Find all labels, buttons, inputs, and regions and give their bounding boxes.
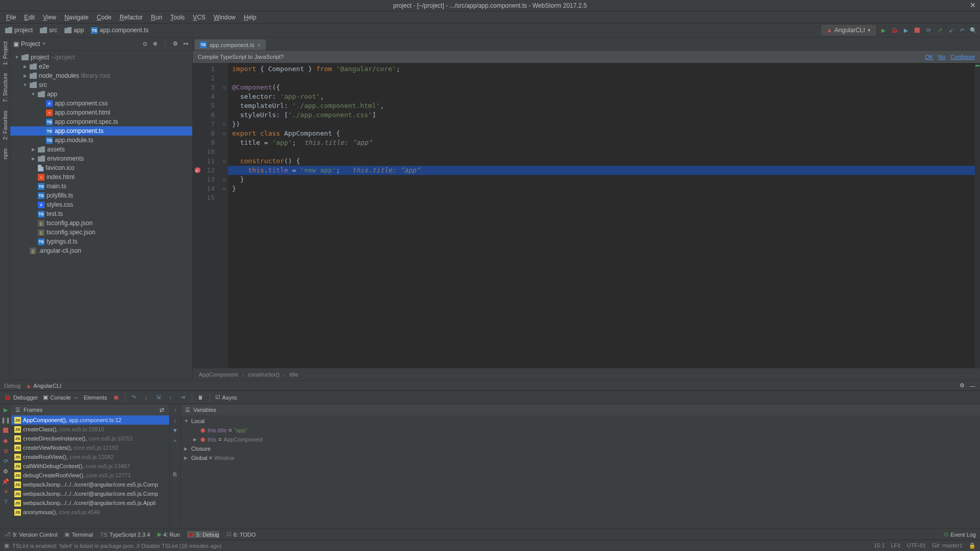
event-log[interactable]: ⊙Event Log [944,531,976,538]
crumb-project[interactable]: project [3,26,35,35]
minimize-icon[interactable]: ― [969,382,976,389]
crumb-app[interactable]: app [62,26,86,35]
debug-icon[interactable]: 🐞 [891,27,898,34]
close-icon[interactable]: ✕ [2,488,9,495]
status-item[interactable]: LF‡ [891,542,901,549]
tree-item[interactable]: TSapp.component.ts [10,126,192,136]
revert-icon[interactable]: ↶ [959,27,966,34]
variable-row[interactable]: ▶Global = Window [181,453,980,462]
menu-view[interactable]: View [40,13,59,22]
variable-row[interactable]: ▶⬣ this = AppComponent [181,435,980,444]
elements-tab[interactable]: Elements [84,394,107,401]
stop-icon[interactable] [914,27,921,34]
frame-row[interactable]: JScallWithDebugContext(), core.es5.js:13… [11,461,169,471]
tree-item[interactable]: TStest.ts [10,209,192,218]
variable-row[interactable]: ▶Closure [181,444,980,453]
tab-close-icon[interactable]: × [257,42,260,48]
menu-window[interactable]: Window [211,13,239,22]
tree-item[interactable]: <index.html [10,172,192,182]
bottom-tab-run[interactable]: ▶4: Run [157,531,180,538]
tree-item[interactable]: ▼project ~/project [10,53,192,62]
variable-row[interactable]: ▼Local [181,416,980,426]
tree-item[interactable]: #app.component.css [10,99,192,108]
gear-icon[interactable]: ⚙ [172,40,179,48]
status-item[interactable]: UTF-8‡ [907,542,926,549]
update-icon[interactable]: ⟳ [925,27,932,34]
step-into-my-icon[interactable]: ⇲ [155,394,162,401]
bottom-tab-term[interactable]: ▣Terminal [64,531,93,538]
menu-code[interactable]: Code [94,13,115,22]
menu-vcs[interactable]: VCS [190,13,209,22]
help-icon[interactable]: ? [2,498,9,505]
menu-tools[interactable]: Tools [167,13,188,22]
menu-file[interactable]: File [3,13,19,22]
git-push-icon[interactable]: ↗ [936,27,943,34]
add-watch-icon[interactable]: + [172,437,179,444]
frame-row[interactable]: JSdebugCreateRootView(), core.es5.js:127… [11,471,169,480]
hide-icon[interactable]: ↦ [182,40,189,48]
tree-item[interactable]: {}tsconfig.spec.json [10,228,192,237]
tool-window-structure[interactable]: 7: Structure [2,71,8,104]
crumb-src[interactable]: src [38,26,59,35]
bottom-tab-debug[interactable]: 🐞5: Debug [187,531,219,538]
tree-item[interactable]: {}.angular-cli.json [10,246,192,255]
close-icon[interactable]: ✕ [970,1,976,9]
tree-item[interactable]: <app.component.html [10,108,192,117]
step-over-icon[interactable]: ↷ [130,394,138,401]
tree-item[interactable]: TSpolyfills.ts [10,191,192,200]
rerun-icon[interactable]: ▶ [2,406,9,413]
editor-breadcrumb[interactable]: AppComponent›constructor()›title [193,368,980,380]
run-to-cursor-icon[interactable]: ⇥ [179,394,187,401]
editor-tab[interactable]: TS app.component.ts × [195,39,266,50]
variables-list[interactable]: ▼Local⬣ this.title = "app"▶⬣ this = AppC… [181,415,980,528]
breadcrumb-item[interactable]: AppComponent [199,371,238,378]
menu-edit[interactable]: Edit [21,13,38,22]
error-strip[interactable] [975,63,980,368]
tree-item[interactable]: TSapp.module.ts [10,136,192,145]
tree-item[interactable]: ▶assets [10,145,192,154]
evaluate-icon[interactable]: 🖩 [197,394,204,401]
run-icon[interactable]: ▶ [880,27,887,34]
tool-window-npm[interactable]: npm [2,146,8,161]
resume-icon[interactable]: ❚❚ [2,416,9,424]
tree-item[interactable]: TStypings.d.ts [10,237,192,246]
debug-config-tab[interactable]: ▲AngularCLI [26,383,61,389]
lock-icon[interactable]: 🔒 [969,542,976,549]
tree-item[interactable]: ▼src [10,80,192,90]
frame-row[interactable]: JSwebpackJsonp.../../../core/@angular/co… [11,480,169,489]
frame-row[interactable]: JSwebpackJsonp.../../../core/@angular/co… [11,489,169,498]
stop-icon[interactable] [2,427,9,434]
filter-icon[interactable]: ▼ [172,427,179,434]
up-icon[interactable]: ↑ [172,406,179,413]
menu-refactor[interactable]: Refactor [117,13,146,22]
gear-icon[interactable]: ⚙ [959,382,966,389]
tree-item[interactable]: #styles.css [10,200,192,209]
run-config-selector[interactable]: ▲ AngularCLI ▼ [822,25,876,35]
debugger-tab[interactable]: 🐞 Debugger [4,394,38,401]
expand-icon[interactable]: ⊕ [151,40,158,48]
status-item[interactable]: Git: master‡ [932,542,963,549]
breadcrumb-item[interactable]: title [290,371,299,378]
show-exec-icon[interactable]: ▣ [112,394,120,401]
tree-item[interactable]: favicon.ico [10,163,192,172]
copy-icon[interactable]: ⎘ [172,471,179,478]
frame-row[interactable]: JScreateRootView(), core.es5.js:12082 [11,452,169,461]
tool-window-project[interactable]: 1: Project [2,39,8,67]
step-into-icon[interactable]: ↓ [143,394,150,401]
down-icon[interactable]: ↓ [172,416,179,424]
tree-item[interactable]: {}tsconfig.app.json [10,218,192,228]
bottom-tab-ts[interactable]: TSTypeScript 2.3.4 [100,532,150,538]
frame-row[interactable]: JScreateClass(), core.es5.js:10910 [11,425,169,434]
reload-icon[interactable]: ⟳ [2,457,9,465]
status-item[interactable]: 15:1 [874,542,884,549]
view-bp-icon[interactable]: ◉ [2,437,9,444]
async-checkbox[interactable]: ☑ Async [215,394,238,401]
tool-window-favorites[interactable]: 2: Favorites [2,108,8,142]
tree-item[interactable]: ▶node_modules library root [10,71,192,80]
frames-dropdown-icon[interactable]: ⇄ [158,406,165,413]
tree-item[interactable]: ▼app [10,90,192,99]
frame-row[interactable]: JScreateViewNodes(), core.es5.js:12192 [11,443,169,452]
tree-item[interactable]: TSmain.ts [10,182,192,191]
search-icon[interactable]: 🔍 [970,27,977,34]
menu-navigate[interactable]: Navigate [61,13,92,22]
